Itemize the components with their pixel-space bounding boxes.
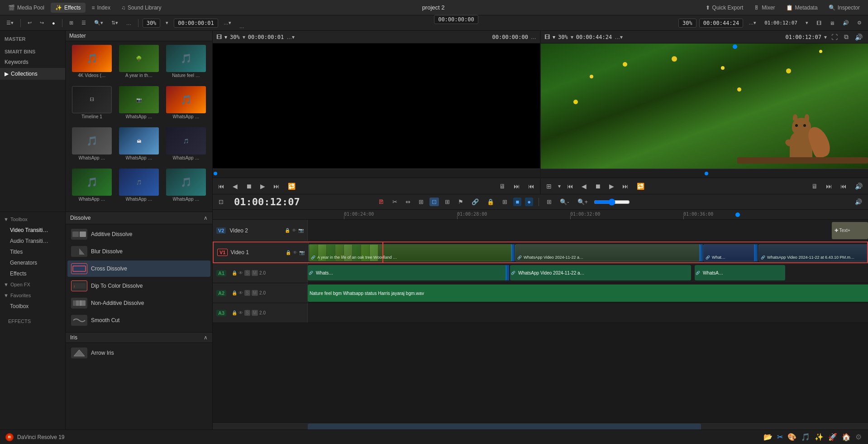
track-select-btn[interactable]: ■: [513, 198, 521, 206]
track-v2-eye[interactable]: 👁: [292, 228, 296, 233]
a1-clip-3[interactable]: 🔗 WhatsA…: [695, 265, 785, 280]
go-end-btn-left[interactable]: ⏭: [272, 182, 281, 191]
zoom-out-tl[interactable]: 🔍-: [558, 198, 571, 206]
nav-effects[interactable]: ✨ Effects: [51, 3, 85, 13]
monitor-right-btn[interactable]: 🖥: [810, 182, 820, 191]
track-v2-cam[interactable]: 📷: [298, 228, 304, 233]
media-thumb-wa8[interactable]: 🎵 WhatsApp …: [163, 169, 209, 208]
v1-clip-3[interactable]: 🔗 What…: [703, 244, 755, 261]
fullscreen-right-btn[interactable]: ⛶: [830, 33, 839, 42]
monitor-btn[interactable]: 🖥: [827, 19, 837, 27]
zoom-fit-btn[interactable]: ⊞: [544, 198, 554, 206]
film-icon-btn[interactable]: 🎞: [814, 19, 824, 27]
view-btn[interactable]: ⊞: [67, 19, 76, 27]
v1-clip-1[interactable]: 🔗 A year in the life of an oak tree Wood…: [309, 244, 512, 261]
sidebar-keywords[interactable]: Keywords: [0, 56, 65, 68]
loop-btn-right[interactable]: 🔁: [635, 182, 646, 191]
preview-left-scrubber[interactable]: [213, 169, 540, 178]
select-tool[interactable]: ⊡: [429, 198, 439, 206]
track-a3-lock[interactable]: 🔒: [232, 310, 237, 315]
dissolve-collapse-icon[interactable]: ∧: [204, 215, 208, 221]
trim-tool[interactable]: ⇔: [403, 198, 413, 206]
track-a2-lock[interactable]: 🔒: [232, 290, 237, 295]
dissolve-item-smooth[interactable]: Smooth Cut: [67, 312, 210, 328]
media-thumb-ayear[interactable]: 🌳 A year in th…: [116, 45, 162, 84]
settings-right-btn[interactable]: ⚙: [854, 19, 864, 27]
record-btn[interactable]: ●: [49, 19, 58, 27]
workspace-audio-btn[interactable]: 🎵: [800, 432, 811, 442]
media-thumb-wa4[interactable]: 🏔 WhatsApp …: [116, 127, 162, 167]
toolbox-audio-transitions[interactable]: Audio Transiti…: [0, 236, 65, 246]
timecode-right[interactable]: 00:00:44:24: [699, 19, 743, 28]
dissolve-item-blur[interactable]: Blur Dissolve: [67, 243, 210, 260]
play-btn-left[interactable]: ▶: [258, 182, 267, 191]
media-thumb-wa3[interactable]: 🎵 WhatsApp …: [69, 127, 114, 167]
preview-right-playhead-drop[interactable]: ▾: [824, 34, 827, 40]
track-a1-lock[interactable]: 🔒: [232, 270, 237, 275]
track-a2-s[interactable]: S: [244, 290, 250, 296]
undo-btn[interactable]: ↩: [25, 19, 34, 27]
track-a2-eye[interactable]: 👁: [238, 290, 243, 295]
audio-meter-btn[interactable]: 🔊: [840, 19, 852, 27]
toolbox-generators[interactable]: Generators: [0, 257, 65, 268]
zoom-slider[interactable]: [594, 198, 630, 206]
sort-btn[interactable]: ⇅▾: [109, 19, 121, 27]
go-end-btn-right[interactable]: ⏭: [620, 182, 630, 191]
stop-btn-right[interactable]: ⏹: [593, 182, 603, 191]
workspace-home-btn[interactable]: 🏠: [841, 432, 852, 442]
toolbar-btn-1[interactable]: ☰▾: [4, 19, 16, 27]
go-start-btn-right[interactable]: ⏮: [565, 182, 575, 191]
timeline-layout-btn[interactable]: ⊡: [216, 198, 226, 206]
preview-center-more[interactable]: …: [531, 34, 536, 40]
iris-collapse-icon[interactable]: ∧: [204, 334, 208, 341]
v1-clip-2[interactable]: 🔗 WhatsApp Video 2024-11-22 a…: [515, 244, 701, 261]
workspace-color-btn[interactable]: 🎨: [787, 432, 797, 442]
a1-clip-2[interactable]: 🔗 WhatsApp Video 2024-11-22 a…: [510, 265, 691, 280]
next-clip-btn-right[interactable]: ⏭: [824, 182, 834, 191]
toolbox-header-main[interactable]: ▼ Toolbox: [0, 214, 65, 225]
track-v1-eye[interactable]: 👁: [293, 250, 297, 255]
dissolve-item-additive[interactable]: Additive Dissolve: [67, 226, 210, 242]
workspace-settings-btn[interactable]: ⚙: [854, 432, 863, 442]
track-a1-eye[interactable]: 👁: [238, 270, 243, 275]
track-v1-lock[interactable]: 🔒: [286, 250, 291, 255]
nav-media-pool[interactable]: 🎬 Media Pool: [4, 3, 49, 13]
timecode-right-more[interactable]: …▾: [746, 19, 759, 27]
timeline-zoom-track[interactable]: [213, 422, 868, 430]
track-a1-m[interactable]: M: [252, 270, 258, 276]
slip-tool[interactable]: ⊞: [416, 198, 426, 206]
timecode-extra[interactable]: …▾: [221, 19, 234, 27]
toolbox-titles[interactable]: Titles: [0, 246, 65, 257]
toolbox-video-transitions[interactable]: Video Transiti…: [0, 225, 65, 236]
preview-left-dropdown[interactable]: ▾: [224, 34, 227, 40]
prev-clip-btn[interactable]: ⏮: [526, 182, 536, 191]
stop-btn-left[interactable]: ⏹: [244, 182, 254, 191]
media-thumb-wa7[interactable]: 🎵 WhatsApp …: [116, 169, 162, 208]
vol-right-btn[interactable]: 🔊: [853, 182, 864, 191]
more-btn[interactable]: …: [124, 19, 134, 27]
a1-clip-1[interactable]: 🔗 Whats…: [308, 265, 507, 280]
vol-btn[interactable]: 🔊: [853, 33, 864, 42]
nav-index[interactable]: ≡ Index: [87, 3, 115, 13]
v1-clip-4[interactable]: 🔗 WhatsApp Video 2024-11-22 at 6.43.10 P…: [758, 244, 867, 261]
media-thumb-wa2[interactable]: 🎵 WhatsApp …: [163, 86, 209, 125]
media-thumb-wa1[interactable]: 📷 WhatsApp …: [116, 86, 162, 125]
preview-right-scrubber[interactable]: [541, 169, 868, 178]
workspace-deliver-btn[interactable]: 🚀: [827, 432, 838, 442]
media-thumb-wa5[interactable]: 🎵 WhatsApp …: [163, 127, 209, 167]
timeline-scroll-bar[interactable]: [308, 424, 701, 430]
text-plus-clip[interactable]: ✚ Text+: [832, 222, 868, 239]
timecode-left[interactable]: 00:00:00:01: [174, 19, 218, 28]
step-back-btn-right[interactable]: ◀: [580, 182, 588, 191]
monitor-left-btn[interactable]: 🖥: [497, 182, 507, 191]
preview-right-tc-dropdown[interactable]: ▾: [571, 34, 573, 40]
next-clip-btn[interactable]: ⏭: [512, 182, 522, 191]
preview-right-dropdown[interactable]: ▾: [553, 34, 555, 40]
sidebar-collections[interactable]: ▶ Collections: [0, 68, 65, 80]
workspace-media-btn[interactable]: 📂: [763, 432, 773, 442]
track-a3-s[interactable]: S: [244, 310, 250, 316]
loop-btn-left[interactable]: 🔁: [286, 182, 297, 191]
workspace-edit-btn[interactable]: ✂: [776, 432, 784, 442]
toolbox-effects[interactable]: Effects: [0, 268, 65, 279]
preview-left-tc-dropdown[interactable]: ▾: [243, 34, 245, 40]
